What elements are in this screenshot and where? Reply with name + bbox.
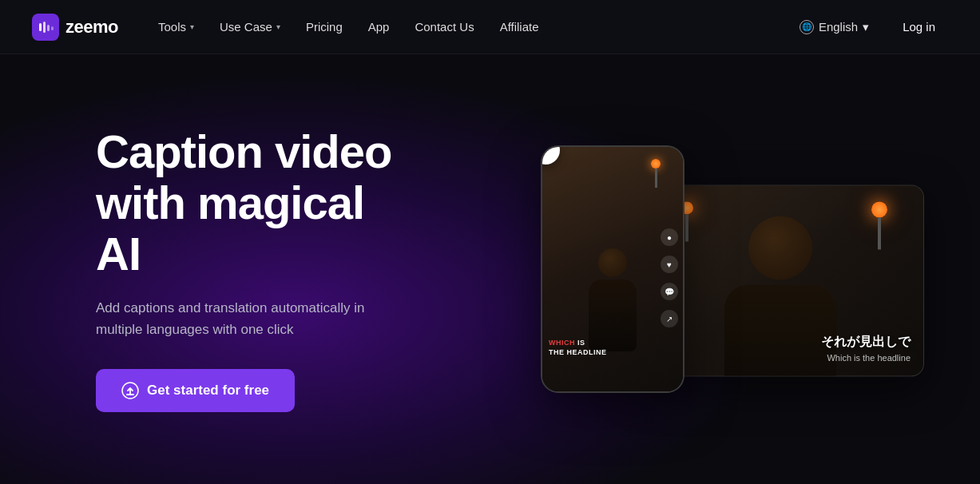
login-button[interactable]: Log in (890, 14, 948, 40)
wide-caption-japanese: それが見出しで (821, 334, 911, 351)
phone-caption-which: WHICH IS (549, 339, 676, 347)
hero-section: Caption video with magical AI Add captio… (0, 54, 980, 484)
side-action-share: ↗ (661, 310, 678, 327)
chevron-down-icon: ▾ (190, 22, 194, 31)
hero-visuals: それが見出しで Which is the headline ♪ (501, 54, 980, 484)
lamp-stem-left (685, 214, 688, 241)
nav-item-contact[interactable]: Contact Us (403, 14, 485, 40)
side-actions: ● ♥ 💬 ↗ (661, 228, 678, 327)
phone-caption-headline: THE HEADLINE (549, 348, 676, 356)
wide-caption-english: Which is the headline (821, 353, 911, 363)
get-started-button[interactable]: Get started for free (96, 369, 295, 412)
wide-caption-overlay: それが見出しで Which is the headline (821, 334, 911, 363)
wide-person-head (748, 216, 812, 280)
svg-rect-1 (43, 22, 46, 33)
svg-rect-2 (47, 25, 50, 31)
phone-person-head (598, 248, 627, 277)
phone-lamp (651, 159, 661, 188)
side-action-comment: 💬 (661, 283, 678, 300)
nav-item-app[interactable]: App (357, 14, 401, 40)
side-action-heart: ♥ (661, 256, 678, 273)
logo-icon (32, 14, 59, 41)
phone-lamp-bulb (651, 159, 661, 169)
nav-right: 🌐 English ▾ Log in (792, 14, 948, 40)
logo-text: zeemo (65, 17, 118, 38)
hero-subtitle: Add captions and translation automatical… (96, 297, 399, 340)
lamp-bulb-right (871, 201, 887, 217)
svg-rect-0 (39, 23, 42, 31)
wide-person-body (724, 284, 836, 376)
navbar: zeemo Tools ▾ Use Case ▾ Pricing App Con… (0, 0, 980, 54)
nav-item-usecase[interactable]: Use Case ▾ (208, 14, 292, 40)
tiktok-icon: ♪ (542, 145, 549, 157)
hero-content: Caption video with magical AI Add captio… (0, 126, 495, 412)
globe-icon: 🌐 (799, 20, 814, 34)
phone-person (581, 248, 645, 351)
lamp-right (867, 201, 891, 249)
nav-item-tools[interactable]: Tools ▾ (147, 14, 205, 40)
hero-title: Caption video with magical AI (96, 126, 399, 279)
phone-video-mockup: ♪ WHICH (541, 145, 684, 393)
svg-rect-3 (51, 26, 54, 30)
upload-icon (121, 382, 139, 399)
nav-links: Tools ▾ Use Case ▾ Pricing App Contact U… (147, 14, 792, 40)
phone-caption-bar: WHICH IS THE HEADLINE (549, 339, 676, 356)
phone-inner: WHICH IS THE HEADLINE ● ♥ 💬 ↗ (542, 147, 683, 391)
chevron-down-icon: ▾ (276, 22, 280, 31)
logo[interactable]: zeemo (32, 14, 118, 41)
chevron-down-icon: ▾ (863, 20, 869, 34)
phone-lamp-stem (655, 169, 657, 188)
nav-item-affiliate[interactable]: Affiliate (489, 14, 550, 40)
nav-item-pricing[interactable]: Pricing (295, 14, 354, 40)
language-selector[interactable]: 🌐 English ▾ (792, 15, 877, 39)
side-action-circle: ● (661, 228, 678, 246)
lamp-stem-right (878, 217, 881, 249)
language-label: English (819, 20, 858, 34)
